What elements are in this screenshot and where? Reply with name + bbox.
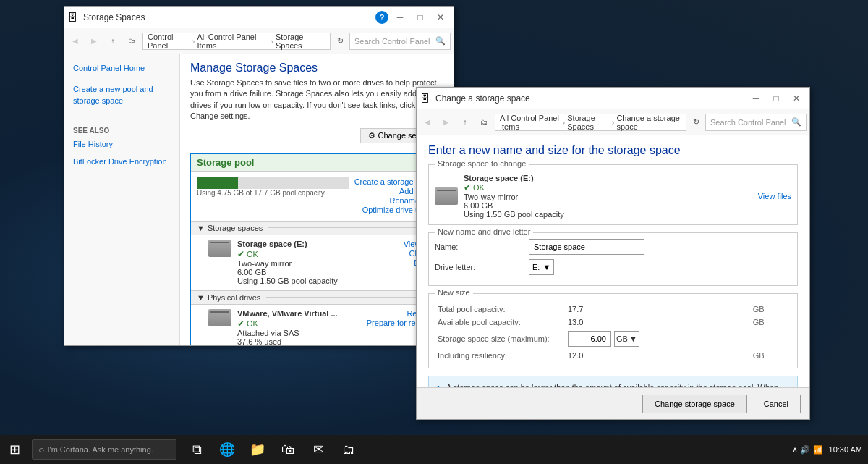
up-button[interactable]: ↑ (105, 33, 121, 49)
help-button[interactable]: ? (375, 11, 388, 24)
dialog-main-title: Enter a new name and size for the storag… (428, 144, 798, 157)
storage-spaces-titlebar: 🗄 Storage Spaces ? ─ □ ✕ (64, 7, 454, 28)
change-storage-dialog: 🗄 Change a storage space ─ □ ✕ ◀ ▶ ↑ 🗂 A… (416, 87, 810, 420)
dialog-up[interactable]: ↑ (457, 114, 473, 130)
pool-header: Storage pool OK (191, 154, 443, 172)
dialog-sep2: › (612, 118, 615, 127)
drive1-check-icon: ✔ (237, 319, 244, 329)
name-input[interactable] (529, 239, 644, 255)
storage-spaces-section-header[interactable]: ▼ Storage spaces (191, 221, 443, 235)
resiliency-value: 12.0 (565, 349, 750, 362)
drive-letter-label: Drive letter: (435, 263, 529, 271)
drive1-name: VMware, VMware Virtual ... (237, 309, 361, 318)
dialog-view-files-link[interactable]: View files (758, 192, 791, 201)
storage-spaces-section-label: Storage spaces (208, 224, 263, 232)
files-button[interactable]: 🗂 (334, 435, 363, 464)
search-placeholder: Search Control Panel (354, 37, 430, 46)
size-unit-select[interactable]: GB ▼ (614, 331, 639, 347)
drive-letter-row: Drive letter: E: ▼ (435, 259, 791, 275)
new-size-box: New size Total pool capacity: 17.7 GB Av… (428, 293, 798, 368)
search-icon[interactable]: 🔍 (435, 36, 446, 46)
task-view-button[interactable]: ⧉ (182, 435, 211, 464)
breadcrumb-all[interactable]: All Control Panel Items (197, 33, 269, 50)
start-button[interactable]: ⊞ (0, 435, 29, 464)
close-button[interactable]: ✕ (430, 7, 451, 28)
dialog-recent[interactable]: 🗂 (476, 114, 492, 130)
edge-button[interactable]: 🌐 (213, 435, 242, 464)
change-storage-titlebar: 🗄 Change a storage space ─ □ ✕ (417, 88, 809, 109)
section-line2 (266, 297, 437, 298)
storage-space-name: Storage space (E:) (237, 240, 398, 248)
maximize-button[interactable]: □ (410, 7, 430, 28)
dialog-search-icon[interactable]: 🔍 (791, 117, 801, 127)
info-box: ℹ A storage space can be larger than the… (428, 376, 798, 387)
folder-button[interactable]: 📁 (243, 435, 272, 464)
bitlocker-link[interactable]: BitLocker Drive Encryption (64, 153, 179, 170)
desktop: 🗄 Storage Spaces ? ─ □ ✕ ◀ ▶ ↑ 🗂 Control… (0, 0, 868, 464)
cortana-placeholder: I'm Cortana. Ask me anything. (47, 445, 153, 454)
storage-space-item: Storage space (E:) ✔ OK Two-way mirror 6… (191, 235, 443, 290)
physical-drives-section-header[interactable]: ▼ Physical drives (191, 290, 443, 305)
drive-letter-select[interactable]: E: ▼ (529, 259, 554, 275)
dialog-minimize[interactable]: ─ (746, 88, 766, 109)
storage-space-size: 6.00 GB (237, 268, 398, 277)
cortana-search[interactable]: ○ I'm Cortana. Ask me anything. (32, 439, 176, 460)
dialog-breadcrumb-bar[interactable]: All Control Panel Items › Storage Spaces… (495, 114, 686, 131)
refresh-button[interactable]: ↻ (333, 35, 346, 48)
resiliency-unit: GB (750, 349, 791, 362)
dialog-forward[interactable]: ▶ (438, 114, 454, 130)
section-line (268, 227, 437, 228)
breadcrumb-bar[interactable]: Control Panel › All Control Panel Items … (142, 33, 331, 50)
dialog-bc-cp[interactable]: All Control Panel Items (500, 114, 561, 131)
sep1: › (192, 37, 195, 46)
dialog-footer: Change storage space Cancel (417, 387, 809, 419)
dialog-sep1: › (563, 118, 566, 127)
dialog-back[interactable]: ◀ (420, 114, 435, 130)
storage-drive-icon (208, 240, 231, 257)
storage-space-size-input[interactable] (568, 331, 611, 347)
see-also-label: See also (64, 121, 179, 136)
control-panel-home-link[interactable]: Control Panel Home (64, 60, 179, 77)
capacity-label: Using 4.75 GB of 17.7 GB pool capacity (197, 189, 349, 197)
dialog-bc-ss[interactable]: Storage Spaces (567, 114, 609, 131)
create-pool-link[interactable]: Create a new pool and storage space (64, 81, 179, 109)
drive1-icon (208, 309, 231, 326)
cortana-circle: ○ (38, 444, 44, 455)
search-box[interactable]: Search Control Panel 🔍 (349, 33, 451, 50)
size-unit-dropdown: ▼ (629, 334, 637, 343)
capacity-bar (197, 177, 349, 189)
back-button[interactable]: ◀ (67, 33, 83, 49)
drive1-usage: 37.6 % used (237, 337, 361, 345)
recent-pages-button[interactable]: 🗂 (124, 33, 140, 49)
size-table: Total pool capacity: 17.7 GB Available p… (435, 303, 791, 362)
sep2: › (271, 37, 273, 46)
available-pool-unit: GB (750, 316, 791, 329)
name-row: Name: (435, 239, 791, 255)
resiliency-label: Including resiliency: (435, 349, 565, 362)
store-button[interactable]: 🛍 (273, 435, 302, 464)
dialog-address-bar: ◀ ▶ ↑ 🗂 All Control Panel Items › Storag… (417, 109, 809, 135)
address-bar: ◀ ▶ ↑ 🗂 Control Panel › All Control Pane… (64, 28, 454, 54)
dialog-refresh[interactable]: ↻ (689, 116, 702, 129)
change-storage-space-button[interactable]: Change storage space (642, 395, 747, 413)
dialog-maximize[interactable]: □ (766, 88, 786, 109)
total-pool-value: 17.7 (565, 303, 750, 316)
storage-spaces-title: Storage Spaces (83, 12, 375, 22)
mail-button[interactable]: ✉ (304, 435, 333, 464)
dialog-space-name: Storage space (E:) (464, 174, 752, 182)
file-history-link[interactable]: File History (64, 136, 179, 153)
breadcrumb-ss[interactable]: Storage Spaces (276, 33, 326, 50)
dialog-search-box[interactable]: Search Control Panel 🔍 (705, 114, 807, 131)
dialog-body: Enter a new name and size for the storag… (417, 135, 809, 387)
taskbar: ⊞ ○ I'm Cortana. Ask me anything. ⧉ 🌐 📁 … (0, 435, 868, 464)
cancel-button[interactable]: Cancel (752, 395, 801, 413)
breadcrumb-cp[interactable]: Control Panel (148, 33, 190, 50)
dialog-bc-change[interactable]: Change a storage space (616, 114, 681, 131)
drive1-connection: Attached via SAS (237, 329, 361, 337)
minimize-button[interactable]: ─ (390, 7, 410, 28)
storage-space-size-label: Storage space size (maximum): (435, 329, 565, 349)
dialog-close[interactable]: ✕ (786, 88, 807, 109)
forward-button[interactable]: ▶ (86, 33, 102, 49)
drive-letter-value: E: (532, 263, 540, 271)
resiliency-row: Including resiliency: 12.0 GB (435, 349, 791, 362)
